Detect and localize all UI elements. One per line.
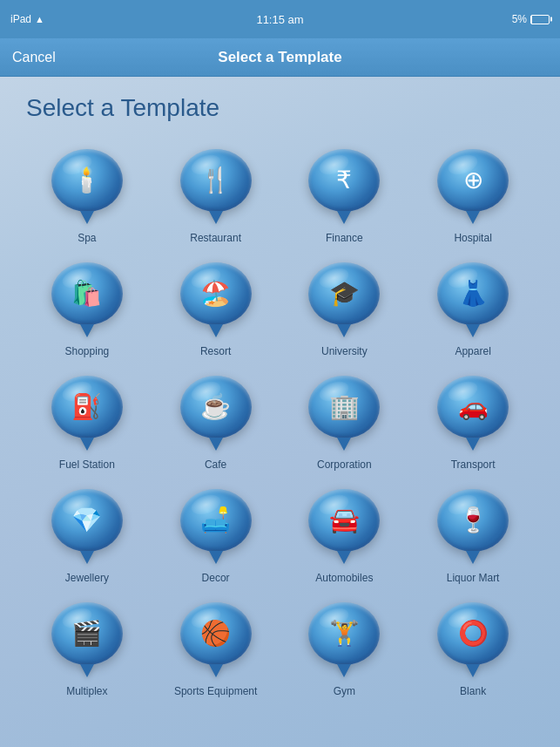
template-item-corporation[interactable]: 🏢 Corporation (284, 368, 406, 471)
template-item-fuel-station[interactable]: ⛽ Fuel Station (26, 368, 148, 471)
bubble-bg-restaurant: 🍴 (180, 149, 252, 212)
bubble-bg-finance: ₹ (308, 149, 380, 212)
content-area: Select a Template 🕯️ Spa 🍴 Restaurant ₹ (0, 77, 560, 747)
bubble-icon-gym: 🏋️ (329, 621, 360, 646)
item-label-transport: Transport (451, 458, 496, 471)
bubble-icon-decor: 🛋️ (200, 508, 231, 533)
bubble-icon-transport: 🚗 (458, 395, 489, 419)
template-item-hospital[interactable]: ⊕ Hospital (412, 141, 534, 244)
item-label-decor: Decor (202, 572, 230, 584)
template-item-spa[interactable]: 🕯️ Spa (26, 141, 148, 244)
bubble-icon-cafe: ☕ (200, 395, 231, 419)
template-item-decor[interactable]: 🛋️ Decor (155, 481, 277, 584)
item-label-multiplex: Multiplex (66, 685, 107, 697)
bubble-bg-automobiles: 🚘 (308, 489, 380, 552)
icon-bubble-shopping: 🛍️ (48, 255, 126, 333)
item-label-hospital: Hospital (454, 232, 491, 244)
icon-bubble-jewellery: 💎 (48, 481, 126, 560)
bubble-bg-decor: 🛋️ (180, 489, 252, 552)
item-label-spa: Spa (78, 232, 96, 244)
bubble-icon-multiplex: 🎬 (71, 621, 102, 646)
template-item-blank[interactable]: ⭕ Blank (412, 594, 534, 697)
page-title: Select a Template (26, 94, 534, 122)
template-item-transport[interactable]: 🚗 Transport (412, 368, 534, 471)
icon-bubble-blank: ⭕ (434, 594, 512, 673)
status-right: 5% (512, 13, 550, 25)
bubble-bg-multiplex: 🎬 (51, 602, 123, 665)
item-label-fuel-station: Fuel Station (59, 458, 115, 471)
icon-bubble-automobiles: 🚘 (305, 481, 383, 560)
template-item-shopping[interactable]: 🛍️ Shopping (26, 255, 148, 357)
icon-bubble-decor: 🛋️ (177, 481, 255, 560)
template-item-university[interactable]: 🎓 University (284, 255, 406, 357)
icon-bubble-hospital: ⊕ (434, 141, 512, 220)
bubble-icon-spa: 🕯️ (71, 168, 102, 193)
item-label-liquor-mart: Liquor Mart (447, 572, 500, 584)
bubble-bg-corporation: 🏢 (308, 376, 380, 438)
bubble-bg-shopping: 🛍️ (51, 262, 123, 325)
item-label-corporation: Corporation (317, 458, 372, 471)
template-item-restaurant[interactable]: 🍴 Restaurant (155, 141, 277, 244)
icon-bubble-finance: ₹ (305, 141, 383, 220)
item-label-shopping: Shopping (65, 345, 110, 357)
bubble-bg-resort: 🏖️ (180, 262, 252, 325)
bubble-bg-cafe: ☕ (180, 376, 252, 438)
status-time: 11:15 am (256, 13, 303, 26)
bubble-icon-restaurant: 🍴 (200, 168, 231, 193)
item-label-gym: Gym (334, 685, 355, 697)
template-item-finance[interactable]: ₹ Finance (284, 141, 406, 244)
icon-bubble-resort: 🏖️ (177, 255, 255, 333)
icon-bubble-multiplex: 🎬 (48, 594, 126, 673)
bubble-icon-corporation: 🏢 (329, 395, 360, 419)
item-label-sports-equipment: Sports Equipment (174, 685, 257, 697)
bubble-bg-university: 🎓 (308, 262, 380, 325)
bubble-bg-hospital: ⊕ (437, 149, 509, 212)
template-item-apparel[interactable]: 👗 Apparel (412, 255, 534, 357)
icon-bubble-sports-equipment: 🏀 (177, 594, 255, 673)
bubble-bg-transport: 🚗 (437, 376, 509, 438)
item-label-jewellery: Jewellery (65, 572, 109, 584)
icon-bubble-apparel: 👗 (434, 255, 512, 333)
template-item-multiplex[interactable]: 🎬 Multiplex (26, 594, 148, 697)
template-item-resort[interactable]: 🏖️ Resort (155, 255, 277, 357)
device-label: iPad (10, 13, 31, 25)
bubble-icon-liquor-mart: 🍷 (458, 508, 489, 533)
icon-bubble-university: 🎓 (305, 255, 383, 333)
icon-bubble-fuel-station: ⛽ (48, 368, 126, 446)
icon-bubble-transport: 🚗 (434, 368, 512, 446)
wifi-icon: ▲ (35, 14, 44, 24)
bubble-icon-finance: ₹ (336, 168, 352, 193)
template-item-sports-equipment[interactable]: 🏀 Sports Equipment (155, 594, 277, 697)
template-item-jewellery[interactable]: 💎 Jewellery (26, 481, 148, 584)
template-item-automobiles[interactable]: 🚘 Automobiles (284, 481, 406, 584)
item-label-finance: Finance (326, 232, 363, 244)
bubble-bg-apparel: 👗 (437, 262, 509, 325)
battery-icon (530, 15, 550, 24)
icon-bubble-gym: 🏋️ (305, 594, 383, 673)
bubble-icon-apparel: 👗 (458, 282, 489, 306)
item-label-apparel: Apparel (455, 345, 490, 357)
bubble-icon-university: 🎓 (329, 282, 360, 306)
item-label-automobiles: Automobiles (315, 572, 373, 584)
template-item-gym[interactable]: 🏋️ Gym (284, 594, 406, 697)
template-item-liquor-mart[interactable]: 🍷 Liquor Mart (412, 481, 534, 584)
bubble-icon-hospital: ⊕ (463, 168, 483, 193)
template-grid: 🕯️ Spa 🍴 Restaurant ₹ Finance ⊕ (26, 141, 534, 697)
bubble-icon-automobiles: 🚘 (329, 508, 360, 533)
icon-bubble-liquor-mart: 🍷 (434, 481, 512, 560)
bubble-icon-resort: 🏖️ (200, 282, 231, 306)
bubble-icon-sports-equipment: 🏀 (200, 621, 231, 646)
icon-bubble-corporation: 🏢 (305, 368, 383, 446)
icon-bubble-cafe: ☕ (177, 368, 255, 446)
cancel-button[interactable]: Cancel (12, 50, 56, 65)
bubble-icon-shopping: 🛍️ (71, 282, 102, 306)
item-label-restaurant: Restaurant (190, 232, 241, 244)
bubble-bg-gym: 🏋️ (308, 602, 380, 665)
bubble-icon-blank: ⭕ (458, 621, 489, 646)
icon-bubble-spa: 🕯️ (48, 141, 126, 220)
item-label-resort: Resort (200, 345, 231, 357)
status-left: iPad ▲ (10, 13, 44, 25)
bubble-icon-fuel-station: ⛽ (71, 395, 102, 419)
template-item-cafe[interactable]: ☕ Cafe (155, 368, 277, 471)
item-label-university: University (321, 345, 368, 357)
